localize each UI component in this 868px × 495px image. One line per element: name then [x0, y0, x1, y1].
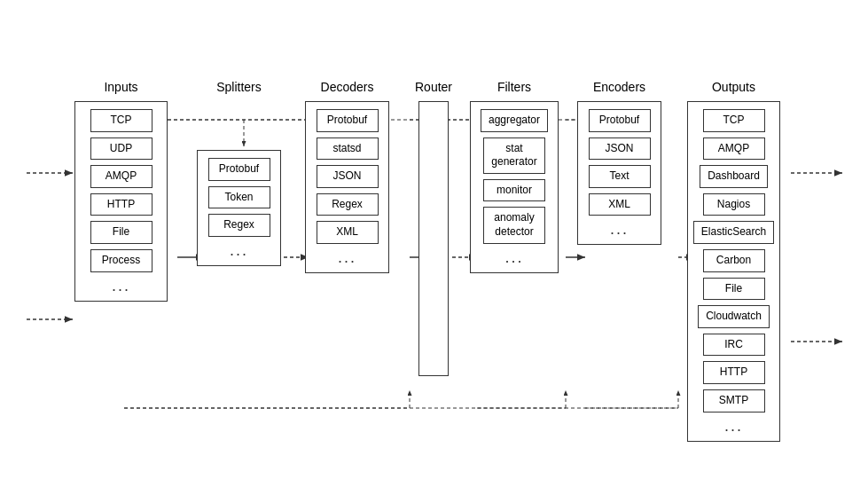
filter-aggregator: aggregator: [481, 109, 548, 132]
input-udp: UDP: [90, 138, 152, 161]
input-process: Process: [90, 249, 152, 272]
router-box: [418, 101, 449, 376]
output-file: File: [703, 278, 765, 301]
output-irc: IRC: [703, 334, 765, 357]
splitters-label: Splitters: [216, 80, 262, 94]
splitter-protobuf: Protobuf: [208, 158, 270, 181]
decoder-protobuf: Protobuf: [317, 109, 379, 132]
encoder-xml: XML: [589, 193, 651, 216]
encoders-dots: ...: [610, 221, 629, 237]
outputs-column: Outputs TCP AMQP Dashboard Nagios Elasti…: [687, 80, 780, 442]
filter-monitor: monitor: [483, 179, 545, 202]
decoder-statsd: statsd: [317, 138, 379, 161]
filter-anomaly-detector: anomalydetector: [483, 207, 545, 243]
input-tcp: TCP: [90, 109, 152, 132]
splitter-token: Token: [208, 186, 270, 209]
output-tcp: TCP: [703, 109, 765, 132]
encoder-text: Text: [589, 165, 651, 188]
router-column: Router: [415, 80, 452, 376]
output-dashboard: Dashboard: [700, 165, 768, 188]
input-http: HTTP: [90, 193, 152, 216]
decoders-label: Decoders: [321, 80, 374, 94]
diagram: Inputs TCP UDP AMQP HTTP File Process ..…: [0, 0, 868, 495]
output-elasticsearch: ElasticSearch: [693, 221, 774, 244]
input-amqp: AMQP: [90, 165, 152, 188]
outputs-label: Outputs: [712, 80, 755, 94]
decoder-regex: Regex: [317, 193, 379, 216]
decoder-json: JSON: [317, 165, 379, 188]
output-nagios: Nagios: [703, 193, 765, 216]
decoders-column: Decoders Protobuf statsd JSON Regex XML …: [305, 80, 389, 273]
filter-stat-generator: statgenerator: [483, 138, 545, 174]
output-amqp: AMQP: [703, 138, 765, 161]
output-smtp: SMTP: [703, 389, 765, 412]
input-file: File: [90, 221, 152, 244]
encoder-json: JSON: [589, 138, 651, 161]
decoders-dots: ...: [338, 249, 356, 265]
encoders-column: Encoders Protobuf JSON Text XML ...: [577, 80, 661, 245]
outputs-dots: ...: [724, 418, 743, 434]
splitter-regex: Regex: [208, 214, 270, 237]
filters-dots: ...: [504, 249, 523, 265]
output-cloudwatch: Cloudwatch: [698, 305, 770, 328]
filters-label: Filters: [497, 80, 531, 94]
filters-box: aggregator statgenerator monitor anomaly…: [470, 101, 559, 273]
encoders-box: Protobuf JSON Text XML ...: [577, 101, 661, 245]
inputs-dots: ...: [112, 278, 130, 294]
decoders-box: Protobuf statsd JSON Regex XML ...: [305, 101, 389, 273]
inputs-label: Inputs: [104, 80, 137, 94]
encoders-label: Encoders: [593, 80, 645, 94]
decoder-xml: XML: [317, 221, 379, 244]
encoder-protobuf: Protobuf: [589, 109, 651, 132]
inputs-box: TCP UDP AMQP HTTP File Process ...: [74, 101, 168, 302]
inputs-column: Inputs TCP UDP AMQP HTTP File Process ..…: [74, 80, 168, 302]
splitters-dots: ...: [230, 242, 248, 258]
router-label: Router: [415, 80, 452, 94]
filters-column: Filters aggregator statgenerator monitor…: [470, 80, 559, 273]
outputs-box: TCP AMQP Dashboard Nagios ElasticSearch …: [687, 101, 780, 442]
output-carbon: Carbon: [703, 249, 765, 272]
splitters-box: Protobuf Token Regex ...: [197, 150, 281, 266]
output-http: HTTP: [703, 361, 765, 384]
splitters-column: Splitters Protobuf Token Regex ...: [197, 80, 281, 266]
